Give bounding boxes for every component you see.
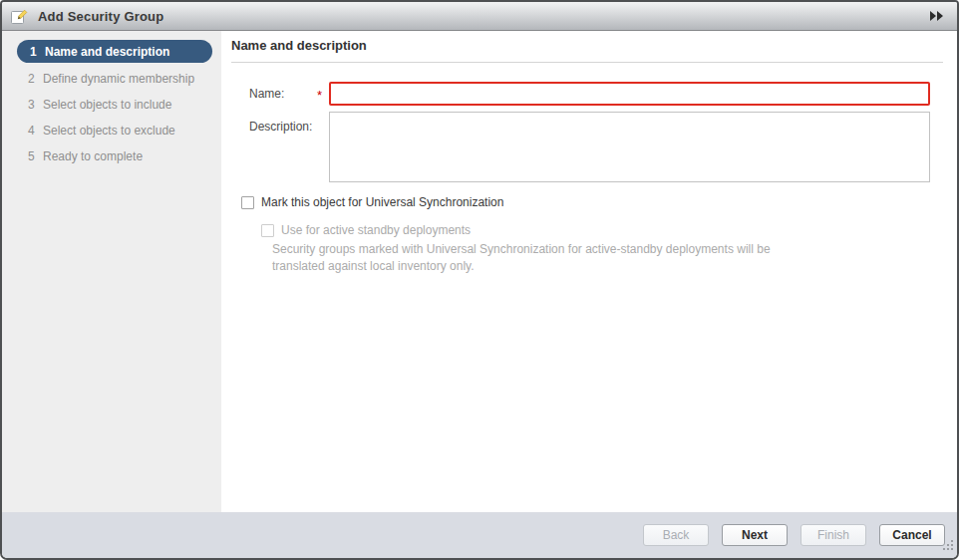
step-number: 5 [28,149,40,163]
wizard-step-define-dynamic-membership: 2 Define dynamic membership [2,66,221,92]
required-asterisk: * [317,85,329,103]
dialog-footer: Back Next Finish Cancel [2,512,957,558]
step-label: Select objects to exclude [43,124,175,138]
wizard-step-name-and-description[interactable]: 1 Name and description [17,40,212,63]
description-textarea[interactable] [329,112,930,182]
edit-note-icon [10,7,29,26]
next-button[interactable]: Next [722,524,788,546]
dialog-body: 1 Name and description 2 Define dynamic … [2,31,957,512]
step-label: Define dynamic membership [43,72,194,86]
collapse-dialog-icon[interactable] [929,10,945,22]
name-input[interactable] [329,82,930,106]
universal-sync-label: Mark this object for Universal Synchroni… [261,195,503,209]
step-label: Ready to complete [43,149,143,163]
dialog-titlebar: Add Security Group [2,2,957,31]
description-label: Description: [249,112,317,134]
active-standby-help-text: Security groups marked with Universal Sy… [272,241,799,275]
step-label: Name and description [45,45,169,59]
step-label: Select objects to include [43,98,171,112]
name-field-row: Name: * [231,82,943,106]
step-number: 4 [28,124,40,138]
add-security-group-dialog: Add Security Group 1 Name and descriptio… [0,0,959,560]
active-standby-checkbox [261,224,274,237]
dialog-title: Add Security Group [38,9,163,24]
finish-button: Finish [800,524,866,546]
cancel-button[interactable]: Cancel [879,524,945,546]
step-number: 1 [30,45,42,59]
step-number: 2 [28,72,40,86]
wizard-page-content: Name and description Name: * Description… [221,31,957,512]
page-title: Name and description [231,38,943,53]
universal-sync-checkbox[interactable] [241,196,254,209]
name-label: Name: [249,87,317,101]
wizard-step-ready-to-complete: 5 Ready to complete [2,143,221,169]
description-field-row: Description: [231,112,943,182]
step-number: 3 [28,98,40,112]
active-standby-row: Use for active standby deployments [261,223,943,237]
heading-divider [231,62,943,63]
wizard-step-select-objects-to-exclude: 4 Select objects to exclude [2,118,221,143]
active-standby-label: Use for active standby deployments [281,223,471,237]
back-button: Back [643,524,709,546]
wizard-steps-sidebar: 1 Name and description 2 Define dynamic … [2,31,221,512]
wizard-step-select-objects-to-include: 3 Select objects to include [2,92,221,118]
universal-sync-row: Mark this object for Universal Synchroni… [241,195,943,209]
resize-grip-icon[interactable] [943,537,954,555]
